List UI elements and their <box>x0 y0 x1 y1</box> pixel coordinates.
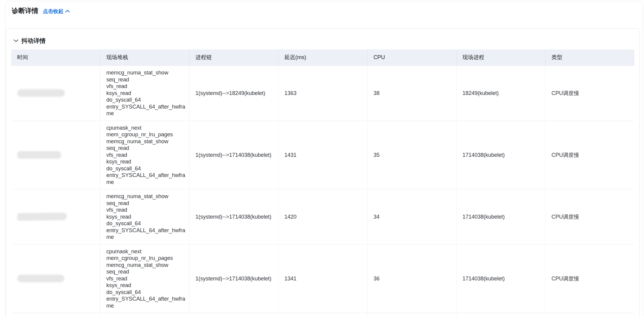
cell-delay-ms: 1341 <box>278 244 367 313</box>
page-title: 诊断详情 <box>12 7 38 15</box>
stack-frame: memcg_numa_stat_show <box>106 69 186 76</box>
stack-frame: ksys_read <box>106 158 186 165</box>
cell-time <box>11 66 100 121</box>
cell-type: CPU调度慢 <box>545 189 634 245</box>
stack-frame: seq_read <box>106 268 186 275</box>
stack-frame: seq_read <box>106 76 186 83</box>
table-row: memcg_numa_stat_showseq_readvfs_readksys… <box>11 66 634 121</box>
chevron-up-icon <box>65 8 70 14</box>
cell-empty <box>367 313 456 316</box>
stack-frame: seq_read <box>106 200 186 207</box>
cell-time <box>11 189 100 245</box>
chevron-down-icon <box>14 38 18 43</box>
column-header: 延迟(ms) <box>278 49 367 66</box>
cell-process: 1714038(kubelet) <box>456 244 545 313</box>
stack-frame: do_syscall_64 <box>106 220 186 227</box>
table-row: cpumask_nextmem_cgroup_nr_lru_pagesmemcg… <box>11 121 634 189</box>
cell-empty <box>189 313 278 316</box>
redacted-time <box>17 151 61 159</box>
cell-delay-ms: 1363 <box>278 66 367 121</box>
jitter-table: 时间现场堆栈进程链延迟(ms)CPU现场进程类型 memcg_numa_stat… <box>11 49 634 316</box>
cell-cpu: 34 <box>367 189 456 245</box>
cell-time <box>11 244 100 313</box>
stack-frame: mem_cgroup_nr_lru_pages <box>106 131 186 138</box>
section-title: 抖动详情 <box>21 37 46 45</box>
card-header: 诊断详情 点击收起 <box>5 1 643 15</box>
stack-frame: entry_SYSCALL_64_after_hwframe <box>106 172 186 185</box>
collapse-toggle[interactable]: 点击收起 <box>43 8 70 15</box>
stack-frame: mem_cgroup_nr_lru_pages <box>106 255 186 262</box>
stack-frame: vfs_read <box>106 275 186 282</box>
jitter-panel: 抖动详情 时间现场堆栈进程链延迟(ms)CPU现场进程类型 memcg_numa… <box>6 28 640 316</box>
cell-process-chain: 1(systemd)-->1714038(kubelet) <box>189 244 278 313</box>
column-header: 进程链 <box>189 49 278 66</box>
jitter-section-toggle[interactable]: 抖动详情 <box>14 37 634 45</box>
column-header: CPU <box>367 49 456 66</box>
cell-cpu: 36 <box>367 244 456 313</box>
cell-process-chain: 1(systemd)-->18249(kubelet) <box>189 66 278 121</box>
cell-type: CPU调度慢 <box>545 66 634 121</box>
stack-frame: entry_SYSCALL_64_after_hwframe <box>106 295 186 309</box>
cell-stack: cpumask_nextmem_cgroup_nr_lru_pagesmemcg… <box>100 244 189 313</box>
cell-stack: cpumask_nextmem_cgroup_nr_lru_pagesmemcg… <box>100 121 189 189</box>
cell-process-chain: 1(systemd)-->1714038(kubelet) <box>189 121 278 189</box>
cell-process: 1714038(kubelet) <box>456 189 545 245</box>
stack-frame: do_syscall_64 <box>106 165 186 172</box>
stack-frame: vfs_read <box>106 83 186 90</box>
stack-frame: seq_read <box>106 145 186 152</box>
stack-frame: vfs_read <box>106 152 186 159</box>
stack-frame: memcg_numa_stat_show <box>106 138 186 145</box>
cell-cpu: 38 <box>367 66 456 121</box>
column-header: 类型 <box>545 49 634 66</box>
cell-delay-ms: 1431 <box>278 121 367 189</box>
cell-empty <box>100 313 189 316</box>
redacted-time <box>17 213 67 221</box>
cell-empty <box>278 313 367 316</box>
stack-frame: ksys_read <box>106 213 186 220</box>
table-header: 时间现场堆栈进程链延迟(ms)CPU现场进程类型 <box>11 49 634 66</box>
column-header: 现场进程 <box>456 49 545 66</box>
collapse-toggle-label: 点击收起 <box>43 8 63 15</box>
cell-process-chain: 1(systemd)-->1714038(kubelet) <box>189 189 278 245</box>
cell-time <box>11 121 100 189</box>
cell-process: 1714038(kubelet) <box>456 121 545 189</box>
stack-frame: ksys_read <box>106 282 186 289</box>
stack-frame: cpumask_next <box>106 248 186 255</box>
cell-type: CPU调度慢 <box>545 244 634 313</box>
cell-cpu: 35 <box>367 121 456 189</box>
cell-delay-ms: 1420 <box>278 189 367 245</box>
table-row-partial <box>11 313 634 316</box>
cell-stack: memcg_numa_stat_showseq_readvfs_readksys… <box>100 189 189 245</box>
stack-frame: cpumask_next <box>106 125 186 131</box>
cell-empty <box>456 313 545 316</box>
redacted-time <box>17 89 65 97</box>
cell-stack: memcg_numa_stat_showseq_readvfs_readksys… <box>100 66 189 121</box>
cell-process: 18249(kubelet) <box>456 66 545 121</box>
cell-type: CPU调度慢 <box>545 121 634 189</box>
stack-frame: entry_SYSCALL_64_after_hwframe <box>106 227 186 241</box>
table-row: cpumask_nextmem_cgroup_nr_lru_pagesmemcg… <box>11 244 634 313</box>
stack-frame: do_syscall_64 <box>106 96 186 103</box>
stack-frame: memcg_numa_stat_show <box>106 193 186 200</box>
stack-frame: do_syscall_64 <box>106 289 186 296</box>
table-row: memcg_numa_stat_showseq_readvfs_readksys… <box>11 189 634 245</box>
stack-frame: vfs_read <box>106 207 186 213</box>
column-header: 现场堆栈 <box>100 49 189 66</box>
cell-empty <box>545 313 634 316</box>
stack-frame: ksys_read <box>106 90 186 97</box>
column-header: 时间 <box>11 49 100 66</box>
stack-frame: memcg_numa_stat_show <box>106 262 186 269</box>
diagnosis-card: 诊断详情 点击收起 抖动详情 时间现场堆栈进程链延迟(ms)CPU现场进程类型 … <box>5 1 643 316</box>
cell-empty <box>11 313 100 316</box>
stack-frame: entry_SYSCALL_64_after_hwframe <box>106 103 186 117</box>
redacted-time <box>17 275 64 282</box>
